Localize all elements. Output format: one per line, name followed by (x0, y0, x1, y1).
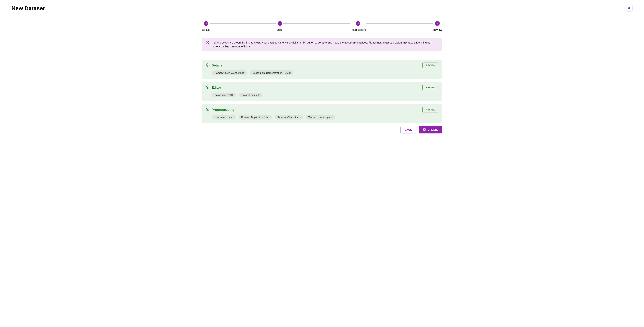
summary-chip: Lowercase: false (212, 115, 236, 119)
review-card-editor: EditorREVIEWData Type: TEXTDataset Items… (202, 82, 442, 101)
card-header: DetailsREVIEW (206, 62, 438, 68)
card-chips: Data Type: TEXTDataset Items: 5 (206, 93, 438, 97)
summary-chip: Description: Demonstration Project (250, 70, 293, 75)
card-title-wrap: Preprocessing (206, 107, 234, 112)
review-button[interactable]: REVIEW (422, 62, 438, 68)
plus-icon (423, 128, 426, 131)
check-circle-icon (206, 107, 209, 112)
step-label: Editor (276, 28, 283, 31)
stepper: DetailsEditorPreprocessingReview (202, 15, 442, 33)
step-connector (283, 23, 350, 24)
card-chips: Name: Alice in WonderlandDescription: De… (206, 70, 438, 75)
info-alert-text: If all the boxes are green, its time to … (212, 41, 438, 49)
create-button-label: CREATE (428, 128, 438, 131)
check-icon (278, 21, 282, 26)
step-connector (366, 23, 433, 24)
review-card-details: DetailsREVIEWName: Alice in WonderlandDe… (202, 60, 442, 79)
back-button[interactable]: BACK (400, 126, 416, 133)
card-header: EditorREVIEW (206, 85, 438, 90)
review-button[interactable]: REVIEW (422, 107, 438, 112)
summary-chip: Remove Duplicates: false (238, 115, 272, 119)
step-editor[interactable]: Editor (276, 21, 283, 31)
step-review[interactable]: Review (433, 21, 442, 31)
bell-icon (628, 6, 631, 10)
card-title-wrap: Details (206, 63, 222, 67)
page-title: New Dataset (12, 5, 45, 11)
review-card-preprocessing: PreprocessingREVIEWLowercase: falseRemov… (202, 104, 442, 123)
notifications-button[interactable] (626, 5, 632, 11)
card-title-wrap: Editor (206, 85, 221, 90)
page-header: New Dataset (0, 0, 644, 15)
review-button[interactable]: REVIEW (422, 85, 438, 90)
card-title: Preprocessing (212, 108, 234, 112)
check-icon (204, 21, 208, 26)
step-label: Preprocessing (350, 28, 366, 31)
check-icon (435, 21, 440, 26)
main-content: If all the boxes are green, its time to … (202, 33, 442, 138)
summary-chip: Name: Alice in Wonderland (212, 70, 247, 75)
step-label: Review (433, 28, 442, 31)
footer-actions: BACK CREATE (202, 126, 442, 133)
check-circle-icon (206, 63, 209, 67)
step-details[interactable]: Details (202, 21, 210, 31)
step-preprocessing[interactable]: Preprocessing (350, 21, 366, 31)
summary-chip: Data Type: TEXT (212, 93, 236, 97)
card-chips: Lowercase: falseRemove Duplicates: false… (206, 115, 438, 119)
check-circle-icon (206, 85, 209, 90)
info-icon (206, 41, 209, 45)
step-label: Details (202, 28, 210, 31)
info-alert: If all the boxes are green, its time to … (202, 38, 442, 51)
step-connector (210, 23, 276, 24)
svg-point-2 (207, 42, 208, 42)
card-title: Details (212, 63, 222, 67)
summary-chip: Dataset Items: 5 (239, 93, 262, 97)
create-button[interactable]: CREATE (419, 126, 442, 133)
card-header: PreprocessingREVIEW (206, 107, 438, 112)
summary-chip: Remove Characters: (275, 115, 303, 119)
check-icon (356, 21, 360, 26)
summary-chip: Tokenizer: whitespace (306, 115, 335, 119)
card-title: Editor (212, 86, 221, 89)
